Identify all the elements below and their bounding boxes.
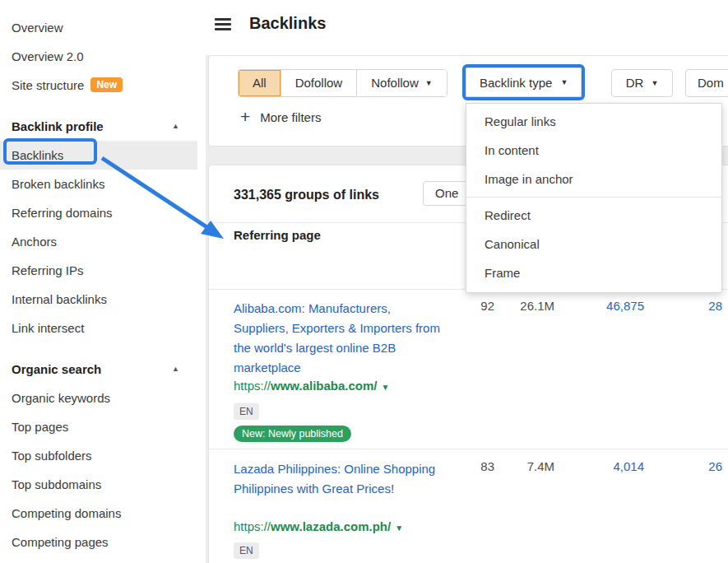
menu-item-in-content[interactable]: In content <box>466 136 721 165</box>
dr-label: DR <box>626 70 644 96</box>
referring-page-url[interactable]: https://www.alibaba.com/▼ <box>234 379 389 393</box>
new-badge: New <box>90 77 123 92</box>
filter-all-label: All <box>253 70 267 96</box>
more-filters-button[interactable]: + More filters <box>240 109 321 125</box>
menu-icon[interactable] <box>215 18 231 31</box>
group-mode-label: One <box>435 182 458 205</box>
sidebar-item-referring-domains[interactable]: Referring domains <box>0 198 197 227</box>
sidebar-section-organic-search[interactable]: Organic search▲ <box>0 355 197 384</box>
sidebar-item-label: Referring IPs <box>12 263 84 277</box>
chevron-down-icon[interactable]: ▼ <box>395 523 403 533</box>
menu-item-canonical[interactable]: Canonical <box>466 230 721 258</box>
filter-all-button[interactable]: All <box>239 70 281 96</box>
menu-item-image-in-anchor[interactable]: Image in anchor <box>466 165 721 193</box>
sidebar-item-organic-keywords[interactable]: Organic keywords <box>0 384 197 412</box>
traffic-value: 26.1M <box>497 299 554 313</box>
sidebar-item-internal-backlinks[interactable]: Internal backlinks <box>0 285 197 314</box>
dr-value: 92 <box>445 299 494 313</box>
referring-page-title-link[interactable]: Alibaba.com: Manufacturers, Suppliers, E… <box>234 299 441 378</box>
sidebar-section-label: Backlink profile <box>12 119 104 133</box>
more-filters-label: More filters <box>260 110 321 124</box>
filter-dofollow-button[interactable]: Dofollow <box>281 70 357 96</box>
sidebar-item-top-pages[interactable]: Top pages <box>0 412 197 441</box>
follow-segmented-control: All Dofollow Nofollow▼ <box>238 69 447 97</box>
annotation-box-backlink-type: Backlink type▼ <box>462 64 585 100</box>
table-row: Lazada Philippines: Online Shopping Phil… <box>209 449 728 563</box>
sidebar-item-label: Link intersect <box>12 321 84 335</box>
sidebar-section-backlink-profile[interactable]: Backlink profile▲ <box>0 112 197 141</box>
referring-page-title-link[interactable]: Lazada Philippines: Online Shopping Phil… <box>234 459 441 499</box>
sidebar-item-label: Competing pages <box>12 535 109 549</box>
sidebar-item-label: Broken backlinks <box>12 177 104 191</box>
backlink-type-button[interactable]: Backlink type▼ <box>466 67 582 97</box>
url-prefix: https:// <box>234 379 271 393</box>
sidebar-item-broken-backlinks[interactable]: Broken backlinks <box>0 170 197 198</box>
sidebar-item-top-subdomains[interactable]: Top subdomains <box>0 470 197 499</box>
filter-nofollow-button[interactable]: Nofollow▼ <box>356 70 446 96</box>
sidebar-item-label: Organic keywords <box>12 391 110 405</box>
menu-item-redirect[interactable]: Redirect <box>466 201 721 230</box>
domain-label: Dom <box>698 70 724 96</box>
chevron-down-icon: ▼ <box>560 78 568 86</box>
sidebar-item-anchors[interactable]: Anchors <box>0 227 197 256</box>
sidebar-item-label: Competing domains <box>12 506 121 520</box>
dr-filter-button[interactable]: DR▼ <box>611 69 673 97</box>
results-count: 331,365 groups of links <box>234 188 379 202</box>
url-prefix: https:// <box>234 519 271 533</box>
chevron-down-icon[interactable]: ▼ <box>382 383 390 392</box>
sidebar-item-label: Top pages <box>12 420 68 434</box>
plus-icon: + <box>240 109 250 125</box>
sidebar-item-site-structure[interactable]: Site structureNew <box>0 71 197 100</box>
sidebar-item-competing-pages[interactable]: Competing pages <box>0 528 197 556</box>
sidebar-item-label: Anchors <box>12 235 57 249</box>
sidebar-item-link-intersect[interactable]: Link intersect <box>0 314 197 342</box>
menu-item-frame[interactable]: Frame <box>466 258 721 287</box>
sidebar-item-label: Site structure <box>12 78 84 92</box>
collapse-icon[interactable]: ▲ <box>172 355 179 384</box>
filter-nofollow-label: Nofollow <box>371 70 419 96</box>
dr-value: 83 <box>445 459 494 473</box>
sidebar-item-label: Backlinks <box>12 148 63 162</box>
referring-page-url[interactable]: https://www.lazada.com.ph/▼ <box>234 519 403 533</box>
table-row: Alibaba.com: Manufacturers, Suppliers, E… <box>209 289 728 449</box>
links-count-link[interactable]: 46,875 <box>562 299 644 313</box>
chevron-down-icon: ▼ <box>425 70 433 96</box>
sidebar: Overview Overview 2.0 Site structureNew … <box>0 0 206 563</box>
sidebar-item-referring-ips[interactable]: Referring IPs <box>0 256 197 285</box>
domain-filter-button[interactable]: Dom <box>685 69 728 97</box>
sidebar-item-backlinks[interactable]: Backlinks <box>0 141 197 170</box>
backlink-type-label: Backlink type <box>480 76 552 90</box>
chevron-down-icon: ▼ <box>651 70 658 96</box>
sidebar-item-label: Top subfolders <box>12 449 92 463</box>
sidebar-item-label: Referring domains <box>12 206 113 220</box>
column-header-referring-page: Referring page <box>234 228 321 242</box>
page-title: Backlinks <box>249 14 326 33</box>
sidebar-item-label: Internal backlinks <box>12 292 107 306</box>
extra-count-link[interactable]: 26 <box>640 459 722 473</box>
url-domain: www.lazada.com.ph/ <box>271 519 391 533</box>
filter-dofollow-label: Dofollow <box>295 70 343 96</box>
menu-divider <box>466 197 721 198</box>
sidebar-item-label: Overview 2.0 <box>12 49 84 63</box>
sidebar-item-overview-2[interactable]: Overview 2.0 <box>0 42 197 71</box>
traffic-value: 7.4M <box>497 459 554 473</box>
sidebar-item-top-subfolders[interactable]: Top subfolders <box>0 441 197 470</box>
sidebar-section-label: Organic search <box>12 362 101 376</box>
language-badge: EN <box>234 542 259 559</box>
extra-count-link[interactable]: 28 <box>640 299 722 313</box>
menu-item-regular-links[interactable]: Regular links <box>466 107 721 136</box>
url-domain: www.alibaba.com/ <box>271 379 377 393</box>
sidebar-item-label: Top subdomains <box>12 477 101 491</box>
links-count-link[interactable]: 4,014 <box>562 459 644 473</box>
language-badge: EN <box>234 403 259 420</box>
sidebar-item-competing-domains[interactable]: Competing domains <box>0 499 197 528</box>
sidebar-item-overview[interactable]: Overview <box>0 13 197 42</box>
collapse-icon[interactable]: ▲ <box>172 112 179 141</box>
new-published-badge: New: Newly published <box>234 426 351 442</box>
backlink-type-dropdown: Regular links In content Image in anchor… <box>466 103 722 293</box>
sidebar-item-label: Overview <box>12 21 63 35</box>
